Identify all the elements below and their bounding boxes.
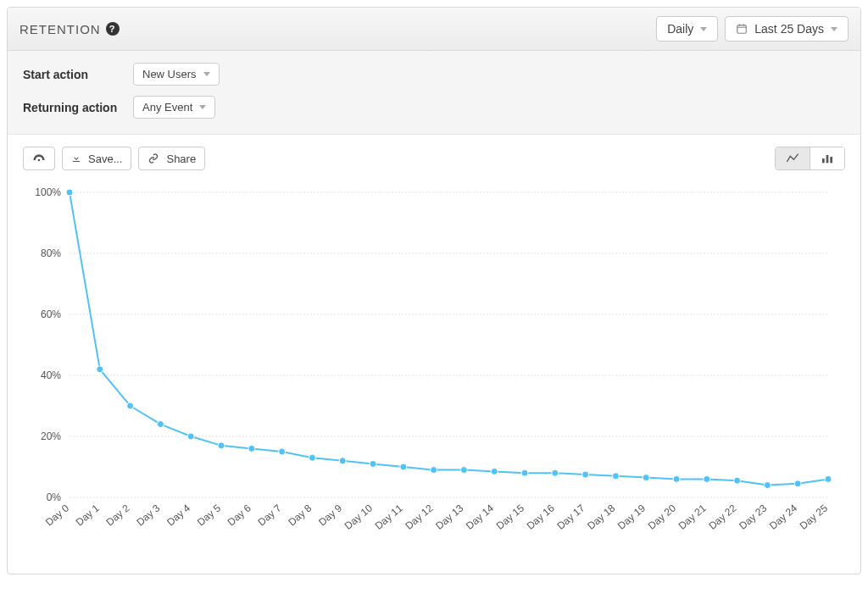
panel-header: RETENTION ? Daily Last 25 Days xyxy=(8,8,860,51)
svg-point-42 xyxy=(734,477,741,484)
svg-text:Day 15: Day 15 xyxy=(494,502,526,531)
start-action-label: Start action xyxy=(23,68,133,81)
svg-text:Day 3: Day 3 xyxy=(134,502,162,528)
svg-point-27 xyxy=(279,448,286,455)
svg-point-37 xyxy=(582,471,589,478)
svg-text:Day 20: Day 20 xyxy=(646,502,678,531)
svg-point-33 xyxy=(460,467,467,474)
svg-text:Day 16: Day 16 xyxy=(525,502,557,531)
link-icon xyxy=(147,153,159,164)
svg-text:Day 23: Day 23 xyxy=(737,502,769,531)
svg-text:60%: 60% xyxy=(41,308,61,320)
svg-text:Day 25: Day 25 xyxy=(798,502,830,531)
chevron-down-icon xyxy=(203,72,210,76)
chevron-down-icon xyxy=(831,27,837,31)
svg-point-21 xyxy=(97,366,103,373)
granularity-label: Daily xyxy=(667,22,693,36)
svg-text:Day 7: Day 7 xyxy=(256,502,284,528)
svg-text:Day 6: Day 6 xyxy=(225,502,253,528)
returning-action-row: Returning action Any Event xyxy=(23,96,845,119)
svg-text:Day 8: Day 8 xyxy=(286,502,314,528)
svg-point-20 xyxy=(66,189,73,196)
svg-point-38 xyxy=(612,473,619,480)
returning-action-label: Returning action xyxy=(23,101,133,114)
svg-point-41 xyxy=(704,475,710,482)
title-text: RETENTION xyxy=(19,22,101,36)
svg-text:Day 10: Day 10 xyxy=(342,502,375,531)
svg-text:Day 19: Day 19 xyxy=(615,502,648,531)
help-icon[interactable]: ? xyxy=(106,22,120,36)
svg-point-35 xyxy=(521,469,528,476)
svg-point-25 xyxy=(218,442,225,449)
chart-type-toggle xyxy=(775,147,845,170)
svg-point-36 xyxy=(552,469,559,476)
bar-chart-icon xyxy=(821,153,834,164)
svg-text:20%: 20% xyxy=(41,430,61,442)
svg-rect-5 xyxy=(822,158,825,163)
svg-point-24 xyxy=(187,433,194,440)
header-controls: Daily Last 25 Days xyxy=(656,16,849,42)
line-chart-icon xyxy=(786,153,799,164)
svg-point-44 xyxy=(794,480,801,487)
svg-text:Day 18: Day 18 xyxy=(585,502,617,531)
chart-svg: 0%20%40%60%80%100%Day 0Day 1Day 2Day 3Da… xyxy=(23,184,845,548)
svg-point-45 xyxy=(825,475,832,482)
svg-text:Day 17: Day 17 xyxy=(554,502,587,531)
svg-text:Day 24: Day 24 xyxy=(767,502,799,531)
svg-text:Day 22: Day 22 xyxy=(706,502,738,531)
returning-action-value: Any Event xyxy=(142,101,192,114)
svg-point-43 xyxy=(764,482,771,489)
svg-point-30 xyxy=(370,460,376,467)
svg-point-23 xyxy=(157,421,164,428)
save-button[interactable]: Save... xyxy=(62,147,131,170)
svg-point-34 xyxy=(491,468,498,475)
bar-chart-toggle[interactable] xyxy=(810,147,844,169)
date-range-select[interactable]: Last 25 Days xyxy=(725,16,849,42)
share-button[interactable]: Share xyxy=(138,147,205,170)
granularity-select[interactable]: Daily xyxy=(656,16,718,42)
svg-rect-0 xyxy=(737,25,747,33)
start-action-row: Start action New Users xyxy=(23,63,845,86)
filter-section: Start action New Users Returning action … xyxy=(8,51,860,135)
returning-action-select[interactable]: Any Event xyxy=(133,96,215,119)
save-label: Save... xyxy=(88,153,122,165)
svg-point-31 xyxy=(400,463,407,470)
svg-text:Day 13: Day 13 xyxy=(433,502,465,531)
chart-toolbar: Save... Share xyxy=(8,135,860,175)
start-action-select[interactable]: New Users xyxy=(133,63,220,86)
svg-text:0%: 0% xyxy=(47,491,62,503)
dashboard-button[interactable] xyxy=(23,147,55,170)
svg-point-29 xyxy=(339,458,346,464)
svg-text:Day 12: Day 12 xyxy=(403,502,435,531)
svg-text:80%: 80% xyxy=(41,247,61,259)
toolbar-right xyxy=(775,147,845,170)
chevron-down-icon xyxy=(700,27,707,31)
svg-point-40 xyxy=(673,475,680,482)
svg-point-39 xyxy=(643,475,649,481)
svg-text:Day 14: Day 14 xyxy=(464,502,496,531)
svg-text:Day 21: Day 21 xyxy=(676,502,709,531)
svg-point-28 xyxy=(309,454,315,461)
svg-point-32 xyxy=(431,467,437,474)
svg-rect-7 xyxy=(830,157,832,163)
share-label: Share xyxy=(166,153,196,165)
gauge-icon xyxy=(32,153,46,164)
svg-point-26 xyxy=(248,445,255,452)
svg-text:Day 1: Day 1 xyxy=(74,502,102,528)
svg-point-22 xyxy=(127,402,134,409)
svg-text:Day 5: Day 5 xyxy=(195,502,223,528)
chevron-down-icon xyxy=(199,105,206,109)
svg-point-4 xyxy=(38,159,41,162)
svg-text:Day 2: Day 2 xyxy=(104,502,132,528)
panel-title: RETENTION ? xyxy=(19,22,120,36)
svg-text:Day 11: Day 11 xyxy=(373,502,405,531)
calendar-icon xyxy=(736,23,748,35)
date-range-label: Last 25 Days xyxy=(754,22,824,36)
line-chart-toggle[interactable] xyxy=(776,147,810,169)
start-action-value: New Users xyxy=(142,68,197,80)
retention-chart: 0%20%40%60%80%100%Day 0Day 1Day 2Day 3Da… xyxy=(8,175,860,574)
svg-text:100%: 100% xyxy=(35,186,61,198)
svg-text:40%: 40% xyxy=(41,369,61,381)
download-icon xyxy=(71,153,81,164)
svg-text:Day 0: Day 0 xyxy=(43,502,71,528)
